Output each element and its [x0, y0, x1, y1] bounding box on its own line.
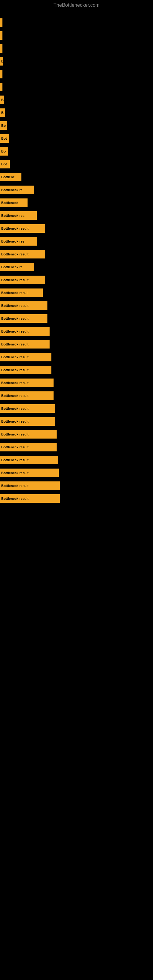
bar-label: Bottleneck res	[1, 240, 24, 243]
bar: Bottleneck re	[0, 263, 34, 271]
bar-row: B	[0, 94, 153, 106]
bar-row: Bottleneck	[0, 197, 153, 209]
bar: Bot	[0, 160, 10, 169]
bar-label: Bo	[1, 150, 6, 153]
bar-row: Bottleneck result	[0, 274, 153, 286]
bar-label: B	[1, 59, 3, 63]
bar: Bottleneck result	[0, 481, 60, 490]
bar-row: Bottleneck re	[0, 261, 153, 273]
bar-label: Bottleneck result	[1, 278, 29, 282]
bar-row: Bottleneck result	[0, 299, 153, 312]
bar-row: Bo	[0, 145, 153, 158]
bar-label: Bottleneck result	[1, 252, 29, 256]
bar-label: Bottleneck result	[1, 394, 29, 398]
bar-label: Bottleneck result	[1, 471, 29, 475]
bar: Bottleneck result	[0, 366, 51, 374]
bar: Bottleneck result	[0, 456, 58, 464]
site-title: TheBottlenecker.com	[0, 0, 153, 10]
bar-row: Bottleneck result	[0, 467, 153, 479]
bar-row: B	[0, 55, 153, 67]
bar	[0, 83, 2, 91]
bar-row: Bottleneck result	[0, 338, 153, 350]
bar: Bottleneck resul	[0, 288, 43, 297]
bar: B	[0, 57, 3, 65]
bar: Bottleneck result	[0, 301, 48, 310]
bar-label: Bottleneck result	[1, 381, 29, 385]
bar	[0, 44, 2, 52]
bar-label: Bottleneck	[1, 201, 18, 205]
bar-row: Bot	[0, 132, 153, 145]
bar: Bottleneck result	[0, 391, 54, 400]
bar-label: Bottleneck result	[1, 420, 29, 423]
bar-label: Bottleneck re	[1, 188, 22, 192]
bar-row: Bottleneck res	[0, 210, 153, 222]
bar-row	[0, 29, 153, 41]
bar-row: Bottleneck result	[0, 325, 153, 337]
bar: Bottleneck result	[0, 469, 59, 477]
bar: Bo	[0, 147, 8, 156]
bar: Bo	[0, 121, 7, 130]
bar-label: Bottleneck result	[1, 445, 29, 449]
bar-row: Bottleneck result	[0, 415, 153, 428]
bar: Bottleneck result	[0, 430, 57, 439]
bar-row: Bottleneck result	[0, 351, 153, 363]
bar-label: Bottleneck result	[1, 433, 29, 436]
bar: B	[0, 108, 5, 117]
bar-row	[0, 16, 153, 29]
bar-label: Bottleneck re	[1, 265, 22, 269]
bar-label: Bottleneck result	[1, 407, 29, 410]
bar: Bottleneck result	[0, 353, 51, 361]
bar: Bottleneck res	[0, 211, 37, 220]
bar-row: Bottleneck result	[0, 428, 153, 441]
bar-row: Bottleneck result	[0, 248, 153, 260]
bar: Bottleneck result	[0, 443, 57, 452]
bar: Bottleneck result	[0, 327, 49, 336]
bar-label: Bottleneck result	[1, 304, 29, 307]
bar-row	[0, 42, 153, 54]
bar-label: Bot	[1, 162, 7, 166]
bar: Bottleneck result	[0, 275, 45, 284]
bar-row: Bo	[0, 119, 153, 132]
bar: Bottleneck result	[0, 314, 48, 323]
bar	[0, 70, 2, 78]
bar-label: Bottleneck result	[1, 484, 29, 488]
bar: Bottleneck re	[0, 186, 33, 194]
bar: Bottleneck result	[0, 250, 45, 258]
bar-row	[0, 68, 153, 80]
bar-row: B	[0, 107, 153, 119]
bar-row: Bottleneck result	[0, 377, 153, 389]
bar-row: Bottleneck result	[0, 364, 153, 376]
bar-label: Bo	[1, 124, 6, 127]
bar-label: B	[1, 98, 4, 102]
bar: Bottleneck result	[0, 494, 60, 503]
bar-label: Bottleneck result	[1, 368, 29, 372]
bar-row: Bottleneck resul	[0, 286, 153, 299]
bar-row: Bot	[0, 158, 153, 170]
bar: B	[0, 95, 4, 104]
bar: Bottleneck result	[0, 379, 54, 387]
bar-label: Bottleneck result	[1, 329, 29, 333]
bar-row: Bottleneck res	[0, 235, 153, 247]
bar-label: Bot	[1, 137, 7, 140]
bar: Bottleneck result	[0, 224, 45, 233]
bar: Bot	[0, 134, 9, 143]
bar-label: B	[1, 111, 4, 115]
bar-label: Bottleneck result	[1, 355, 29, 359]
bars-container: BBBBoBotBoBotBottleneBottleneck reBottle…	[0, 10, 153, 505]
bar: Bottleneck res	[0, 237, 37, 246]
bar: Bottleneck	[0, 199, 27, 207]
bar-label: Bottleneck result	[1, 227, 29, 230]
bar: Bottleneck result	[0, 417, 55, 426]
bar-row: Bottlene	[0, 171, 153, 183]
bar	[0, 18, 2, 27]
bar-label: Bottleneck result	[1, 458, 29, 462]
bar-row: Bottleneck result	[0, 312, 153, 325]
bar: Bottleneck result	[0, 404, 55, 413]
bar-row: Bottleneck result	[0, 480, 153, 492]
bar-label: Bottleneck result	[1, 342, 29, 346]
bar-label: Bottleneck result	[1, 497, 29, 500]
bar-row: Bottleneck result	[0, 492, 153, 505]
bar-row: Bottleneck result	[0, 402, 153, 415]
bar	[0, 31, 2, 40]
bar-row: Bottleneck result	[0, 222, 153, 235]
